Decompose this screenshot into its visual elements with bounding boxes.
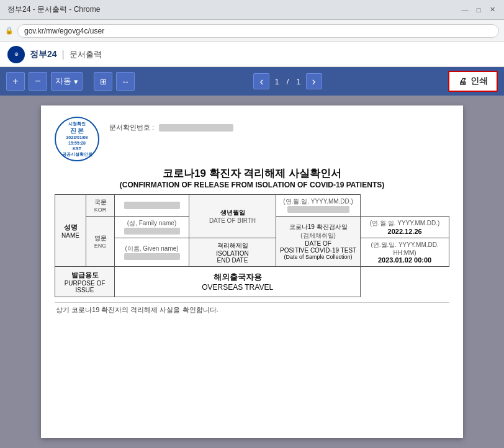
dob-label-en: DATE OF BIRTH — [193, 217, 272, 224]
zoom-out-button[interactable]: − — [29, 72, 47, 91]
purpose-value-cell: 해외출국자용 OVERSEAS TRAVEL — [115, 267, 361, 297]
print-icon: 🖨 — [458, 76, 467, 86]
page-separator: / — [284, 77, 292, 86]
header-divider: | — [62, 49, 65, 60]
covid-test-note: (검체채취일) — [280, 231, 356, 240]
toolbar: + − 자동 ▾ ⊞ ↔ ‹ 1 / 1 › 🖨 인쇄 — [0, 67, 504, 96]
family-name-note: (성, Family name) — [119, 219, 185, 228]
print-btn-wrapper: 🖨 인쇄 — [441, 71, 498, 92]
doc-title-english: (CONFIRMATION OF RELEASE FROM ISOLATION … — [55, 181, 449, 189]
eng-label-en: ENG — [90, 243, 110, 249]
given-name-note: (이름, Given name) — [119, 244, 185, 253]
fit-page-button[interactable]: ⊞ — [94, 72, 112, 91]
purpose-label-en2: ISSUE — [59, 287, 110, 293]
stamp-line4: 15:55:28 — [68, 140, 86, 146]
isolation-date-value: 2023.01.02 00:00 — [364, 256, 445, 264]
dob-format: (연.월.일. YYYY.MM.DD.) — [280, 197, 356, 206]
dob-format-cell: (연.월.일. YYYY.MM.DD.) — [276, 195, 361, 217]
stamp-line2: 진 본 — [70, 127, 84, 135]
doc-header: 시청확인 진 본 2023/01/08 15:55:28 KST 공공시설확인원… — [55, 117, 449, 161]
doc-title-korean: 코로나19 확진자 격리해제 사실확인서 — [55, 166, 449, 181]
family-name-value — [124, 228, 180, 235]
table-row-name-kor: 성명 NAME 국문 KOR 생년월일 DATE OF BIRTH — [55, 195, 449, 217]
lock-icon: 🔒 — [5, 27, 14, 35]
purpose-label-en1: PURPOSE OF — [59, 280, 110, 287]
stamp-line3: 2023/01/08 — [66, 135, 88, 140]
isolation-label-ko: 격리해제일 — [193, 241, 272, 250]
zoom-in-button[interactable]: + — [6, 72, 25, 91]
kor-name-value — [124, 202, 180, 209]
address-bar: 🔒 gov.kr/mw/egovg4c/user — [0, 20, 504, 42]
purpose-label-cell: 발급용도 PURPOSE OF ISSUE — [55, 267, 115, 297]
doc-num-row: 문서확인번호 : — [109, 123, 449, 132]
zoom-select[interactable]: 자동 ▾ — [51, 72, 83, 91]
covid-test-date-value: 2022.12.26 — [364, 228, 445, 235]
gov-logo-text: ⊙ — [14, 52, 19, 57]
page-navigation: ‹ 1 / 1 › — [253, 73, 322, 89]
isolation-label-cell: 격리해제일 ISOLATION END DATE — [189, 238, 276, 267]
name-label-ko: 성명 — [59, 223, 82, 232]
fit-width-button[interactable]: ↔ — [116, 72, 135, 91]
zoom-dropdown-icon: ▾ — [74, 77, 78, 86]
family-name-cell: (성, Family name) — [115, 217, 189, 238]
covid-test-en1: DATE OF — [280, 240, 356, 247]
doc-title: 코로나19 확진자 격리해제 사실확인서 (CONFIRMATION OF RE… — [55, 166, 449, 189]
content-area: 시청확인 진 본 2023/01/08 15:55:28 KST 공공시설확인원… — [0, 96, 504, 448]
address-input[interactable]: gov.kr/mw/egovg4c/user — [17, 24, 499, 38]
document-table: 성명 NAME 국문 KOR 생년월일 DATE OF BIRTH — [55, 194, 449, 297]
doc-num-value — [159, 124, 233, 132]
doc-bottom-text: 상기 코로나19 확진자의 격리해제 사실을 확인합니다. — [55, 302, 449, 317]
document-page: 시청확인 진 본 2023/01/08 15:55:28 KST 공공시설확인원… — [41, 105, 463, 438]
page-current: 1 — [272, 77, 281, 86]
table-row-name-eng-given: (이름, Given name) 격리해제일 ISOLATION END DAT… — [55, 238, 449, 267]
covid-test-en2: POSITIVE COVID-19 TEST — [280, 247, 356, 254]
app-header: ⊙ 정부24 | 문서출력 — [0, 42, 504, 67]
kor-label-cell: 국문 KOR — [86, 195, 115, 217]
page-total: 1 — [294, 77, 303, 86]
prev-page-button[interactable]: ‹ — [253, 73, 269, 89]
browser-title: 정부24 - 문서출력 - Chrome — [7, 4, 100, 15]
doc-num-label: 문서확인번호 : — [109, 123, 154, 132]
stamp-line1: 시청확인 — [68, 121, 86, 127]
dob-value — [287, 206, 349, 213]
minimize-button[interactable]: — — [461, 6, 469, 14]
browser-titlebar: 정부24 - 문서출력 - Chrome — □ ✕ — [0, 0, 504, 20]
verification-stamp: 시청확인 진 본 2023/01/08 15:55:28 KST 공공시설확인원 — [55, 117, 99, 161]
kor-name-cell — [115, 195, 189, 217]
close-button[interactable]: ✕ — [488, 6, 497, 14]
isolation-date-format: (연.월.일. YYYY.MM.DD. HH:MM) — [364, 241, 445, 256]
purpose-label-ko: 발급용도 — [59, 271, 110, 280]
purpose-value-ko: 해외출국자용 — [120, 272, 355, 283]
print-button[interactable]: 🖨 인쇄 — [448, 71, 498, 92]
kor-label: 국문 — [90, 198, 110, 207]
name-label-en: NAME — [59, 232, 82, 239]
bottom-text: 상기 코로나19 확진자의 격리해제 사실을 확인합니다. — [56, 306, 218, 313]
isolation-date-cell: (연.월.일. YYYY.MM.DD. HH:MM) 2023.01.02 00… — [361, 238, 449, 267]
covid-test-date-cell: (연.월.일. YYYY.MM.DD.) 2022.12.26 — [361, 217, 449, 238]
isolation-label-en1: ISOLATION — [193, 250, 272, 257]
isolation-label-en2: END DATE — [193, 257, 272, 264]
gov-logo: ⊙ — [7, 46, 25, 63]
stamp-line6: 공공시설확인원 — [62, 151, 92, 157]
covid-test-ko: 코로나19 확진검사일 — [280, 223, 356, 231]
maximize-button[interactable]: □ — [474, 6, 483, 14]
table-row-purpose: 발급용도 PURPOSE OF ISSUE 해외출국자용 OVERSEAS TR… — [55, 267, 449, 297]
eng-label-cell: 영문 ENG — [86, 217, 115, 267]
name-label-cell: 성명 NAME — [55, 195, 86, 267]
given-name-cell: (이름, Given name) — [115, 238, 189, 267]
next-page-button[interactable]: › — [306, 73, 322, 89]
print-label: 인쇄 — [470, 76, 488, 87]
eng-label: 영문 — [90, 234, 110, 243]
covid-test-en3: (Date of Sample Collection) — [280, 254, 356, 260]
purpose-value-en: OVERSEAS TRAVEL — [120, 283, 355, 292]
given-name-value — [124, 253, 180, 260]
covid-test-date-format: (연.월.일. YYYY.MM.DD.) — [364, 219, 445, 228]
doc-number-area: 문서확인번호 : — [109, 117, 449, 132]
browser-controls: — □ ✕ — [461, 6, 497, 14]
covid-test-label-cell: 코로나19 확진검사일 (검체채취일) DATE OF POSITIVE COV… — [276, 217, 361, 267]
section-name: 문서출력 — [70, 49, 102, 60]
dob-label-cell: 생년월일 DATE OF BIRTH — [189, 195, 276, 238]
dob-label-ko: 생년월일 — [193, 208, 272, 217]
zoom-value: 자동 — [55, 76, 71, 87]
kor-eng-label: KOR — [90, 207, 110, 213]
